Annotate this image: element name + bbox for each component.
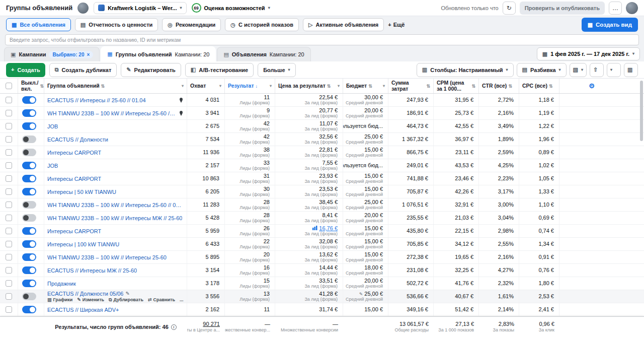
adset-name-link[interactable]: Интересы CARPORT xyxy=(47,150,101,156)
adset-status-toggle[interactable] xyxy=(22,253,36,261)
adset-status-toggle[interactable] xyxy=(22,162,36,169)
create-button[interactable]: + Создать xyxy=(6,63,45,77)
row-checkbox[interactable] xyxy=(6,136,12,143)
create-view-button[interactable]: ▦ Создать вид xyxy=(582,18,638,32)
sort-icon[interactable]: ⇅ xyxy=(327,84,331,89)
row-checkbox[interactable] xyxy=(6,162,12,169)
sort-icon[interactable]: ↓ xyxy=(256,84,258,89)
export-button[interactable]: ⇧ xyxy=(590,63,604,77)
edit-button[interactable]: ✎ Редактировать xyxy=(121,63,181,77)
tab-ads[interactable]: ▤ Объявления Кампании: 20 xyxy=(217,47,310,61)
column-header-cpm[interactable]: CPM (цена за 1 000...⇅ xyxy=(434,79,479,93)
row-checkbox[interactable] xyxy=(6,228,12,234)
adset-name-link[interactable]: ECACTUS // Широкая ADV+ xyxy=(47,307,119,313)
adset-name-link[interactable]: WH TIANWU 233B – 100 kW // Интересы 25-6… xyxy=(47,254,167,260)
filter-pill-recommendations[interactable]: ◎Рекомендации xyxy=(162,18,221,31)
column-header-budget[interactable]: Бюджет⇅▾ xyxy=(343,79,388,93)
adset-name-link[interactable]: WH TIANWU 233B – 100 kW // Интересы МЖ /… xyxy=(47,215,182,221)
row-checkbox[interactable] xyxy=(6,175,12,182)
adset-name-link[interactable]: JOB xyxy=(47,163,58,169)
filter-pill-all-ads[interactable]: ▦Все объявления xyxy=(6,18,71,31)
adset-status-toggle[interactable] xyxy=(22,227,36,235)
adset-status-toggle[interactable] xyxy=(22,306,36,313)
column-header-cost[interactable]: Цена за результат⇅▾ xyxy=(275,79,343,93)
adset-status-toggle[interactable] xyxy=(22,266,36,274)
breakdown-button[interactable]: ▤ Разбивка ▾ xyxy=(517,63,567,77)
adset-name-link[interactable]: Интересы CARPORT xyxy=(47,228,101,234)
row-checkbox[interactable] xyxy=(6,241,12,247)
row-checkbox[interactable] xyxy=(6,306,12,313)
adset-name-link[interactable]: ECACTUS // Интересы МЖ // 25-60 xyxy=(47,267,137,274)
account-selector[interactable]: Kraftwerk Logistik – Wer... ▾ xyxy=(94,2,186,14)
row-checkbox[interactable] xyxy=(6,123,12,129)
adset-name-link[interactable]: Продажник xyxy=(47,281,76,287)
column-header-ctr[interactable]: CTR (все)⇅ xyxy=(479,79,519,93)
adset-name-link[interactable]: Интересы | 50 kW TIANWU xyxy=(47,189,116,195)
adset-name-link[interactable]: ECACTUS // Интересы // 25-60 // 01.04 xyxy=(47,97,146,103)
profile-avatar[interactable] xyxy=(77,3,89,14)
filter-caret-icon[interactable]: ▾ xyxy=(270,84,272,88)
row-action-duplicate[interactable]: ⧉Дублировать xyxy=(109,297,143,303)
export-menu-button[interactable]: ▾ xyxy=(607,63,621,77)
filter-caret-icon[interactable]: ▾ xyxy=(383,84,385,88)
filter-pill-active-ads[interactable]: ▷Активные объявления xyxy=(303,18,384,31)
row-checkbox[interactable] xyxy=(6,201,12,208)
row-action-more[interactable]: ... xyxy=(180,297,184,303)
adset-status-toggle[interactable] xyxy=(22,240,36,248)
row-checkbox[interactable] xyxy=(6,97,12,103)
column-header-spent[interactable]: Сумма затрат⇅ xyxy=(388,79,434,93)
filter-caret-icon[interactable]: ▾ xyxy=(219,84,221,88)
row-action-compare[interactable]: ⇄Сравнить xyxy=(148,297,175,303)
tab-campaigns[interactable]: ▣ Кампании Выбрано: 20 × xyxy=(4,47,100,61)
sort-icon[interactable]: ⇅ xyxy=(101,84,105,89)
adset-status-toggle[interactable] xyxy=(22,136,36,143)
charts-panel-button[interactable]: ▥ xyxy=(624,63,638,77)
row-checkbox[interactable] xyxy=(6,293,12,300)
clear-selection-icon[interactable]: × xyxy=(87,52,90,57)
row-checkbox[interactable] xyxy=(6,254,12,260)
column-header-result[interactable]: Результат↓▾ xyxy=(225,79,275,93)
row-checkbox[interactable] xyxy=(6,280,12,287)
adset-status-toggle[interactable] xyxy=(22,188,36,195)
tab-adsets[interactable]: ▦ Группы объявлений Кампании: 20 xyxy=(101,46,216,61)
refresh-button[interactable]: ↻ xyxy=(503,2,516,15)
cost-trend-link[interactable]: 16,76 € xyxy=(312,225,338,232)
sort-icon[interactable]: ⇅ xyxy=(368,84,372,89)
info-icon[interactable]: i xyxy=(171,324,177,330)
filter-pill-value-reporting[interactable]: ▤Отчетность о ценности xyxy=(75,18,158,31)
sort-icon[interactable]: ⇅ xyxy=(508,84,512,89)
scrollbar-thumb[interactable] xyxy=(640,81,643,141)
adset-status-toggle[interactable] xyxy=(22,149,36,156)
row-checkbox[interactable] xyxy=(6,110,12,116)
row-action-edit[interactable]: ✎Изменить xyxy=(77,297,104,303)
adset-status-toggle[interactable] xyxy=(22,175,36,182)
more-filters-button[interactable]: + Ещё xyxy=(388,22,405,28)
vertical-scrollbar[interactable] xyxy=(640,81,643,312)
filter-pill-had-delivery[interactable]: ◷С историей показов xyxy=(225,18,299,31)
row-action-charts[interactable]: ▥Графики xyxy=(47,297,72,303)
reports-button[interactable]: ▧ ▾ xyxy=(570,63,587,77)
adset-status-toggle[interactable] xyxy=(22,214,36,222)
column-header-cpc[interactable]: CPC (все)⇅ xyxy=(519,79,559,93)
adset-status-toggle[interactable] xyxy=(22,201,36,209)
footer-reach-value[interactable]: 90 271 xyxy=(203,321,220,327)
row-checkbox[interactable] xyxy=(6,267,12,274)
row-checkbox[interactable] xyxy=(6,149,12,156)
select-all-checkbox[interactable] xyxy=(6,83,12,89)
column-header-reach[interactable]: Охват▾ xyxy=(187,79,225,93)
row-checkbox[interactable] xyxy=(6,215,12,221)
column-header-toggle[interactable]: Выкл./вкл.⇅ xyxy=(18,79,44,93)
edit-budget-icon[interactable]: ✎ xyxy=(359,292,363,297)
date-range-button[interactable]: ▦ 1 фев 2025 г. — 17 дек 2025 г. ▾ xyxy=(537,47,640,60)
more-actions-button[interactable]: Больше ▾ xyxy=(258,63,295,77)
adset-name-link[interactable]: Интересы | 100 kW TIANWU xyxy=(47,241,119,247)
duplicate-button[interactable]: ⧉ Создать дубликат xyxy=(49,63,117,77)
adset-name-link[interactable]: JOB xyxy=(47,123,58,129)
adset-status-toggle[interactable] xyxy=(22,280,36,287)
row-checkbox[interactable] xyxy=(6,188,12,195)
user-avatar[interactable] xyxy=(626,2,638,14)
adset-name-link[interactable]: ECACTUS // Должности xyxy=(47,137,108,143)
edit-name-icon[interactable]: ✎ xyxy=(125,291,129,296)
adset-name-link[interactable]: WH TIANWU 233B – 100 kW // Интересы 25-6… xyxy=(47,110,177,116)
column-settings-gear-icon[interactable]: ⚙ xyxy=(589,82,595,90)
